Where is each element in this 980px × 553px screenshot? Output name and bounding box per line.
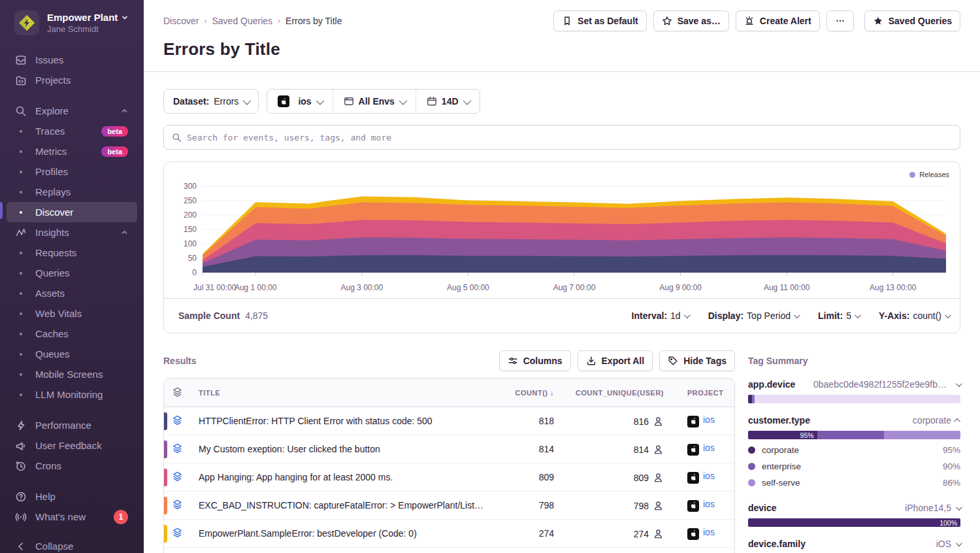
sidebar-item-discover[interactable]: Discover [7, 202, 137, 222]
sidebar-item-crons[interactable]: Crons [7, 456, 137, 476]
interval-selector[interactable]: Interval:1d [632, 310, 689, 321]
tag-segment[interactable] [884, 431, 960, 439]
sidebar-item-user-feedback[interactable]: User Feedback [7, 435, 137, 456]
project-cell: ios [672, 435, 734, 463]
date-range-selector[interactable]: 14D [416, 90, 480, 113]
sidebar-item-web-vitals[interactable]: Web Vitals [7, 303, 137, 324]
sidebar-item-llm-monitoring[interactable]: LLM Monitoring [7, 384, 137, 405]
sidebar-item-issues[interactable]: Issues [7, 50, 137, 70]
hide-tags-button[interactable]: Hide Tags [659, 350, 735, 371]
row-stack-cell[interactable] [164, 520, 191, 548]
column-header-count[interactable]: COUNT()↓ [499, 378, 562, 407]
tag-legend-row[interactable]: corporate95% [748, 442, 960, 458]
sidebar-item-mobile-screens[interactable]: Mobile Screens [7, 364, 137, 384]
row-stack-cell[interactable] [164, 548, 191, 553]
tag-value-toggle[interactable]: iOS [936, 539, 960, 549]
filter-bar: Dataset: Errors ios All Envs [163, 89, 960, 114]
sidebar-item-replays[interactable]: Replays [7, 182, 137, 202]
user-icon [649, 473, 664, 483]
sidebar-item-traces[interactable]: Tracesbeta [7, 121, 137, 141]
tag-name: device [748, 503, 777, 513]
saved-queries-button[interactable]: Saved Queries [864, 10, 960, 31]
table-row: EmpowerPlant.SampleError: happyCustomer … [164, 548, 734, 553]
tag-value-toggle[interactable]: iPhone14,5 [905, 503, 960, 513]
tag-segment[interactable]: 100% [748, 518, 960, 527]
control-label: Limit: [818, 310, 843, 321]
row-stack-cell[interactable] [164, 407, 191, 435]
stacked-area-chart[interactable]: 050100150200250300Jul 31 00:00Aug 1 00:0… [164, 162, 960, 298]
series-color-chip [164, 469, 167, 486]
sidebar-collapse-button[interactable]: Collapse [7, 536, 137, 553]
column-header-project[interactable]: PROJECT [672, 378, 734, 407]
dataset-selector[interactable]: Dataset: Errors [163, 89, 259, 114]
sidebar-item-metrics[interactable]: Metricsbeta [7, 141, 137, 161]
sidebar-item-queues[interactable]: Queues [7, 344, 137, 364]
button-label: Saved Queries [889, 16, 952, 26]
project-link[interactable]: ios [703, 414, 715, 425]
tag-value-toggle[interactable]: corporate [913, 415, 960, 426]
sidebar-item-queries[interactable]: Queries [7, 263, 137, 283]
y-axis-selector[interactable]: Y-Axis:count() [879, 310, 949, 321]
sidebar-item-profiles[interactable]: Profiles [7, 161, 137, 182]
more-options-button[interactable] [826, 10, 854, 31]
sidebar-item-label: LLM Monitoring [35, 389, 128, 400]
row-stack-cell[interactable] [164, 435, 191, 463]
alarm-icon [744, 16, 755, 26]
project-link[interactable]: ios [703, 527, 715, 537]
sidebar-item-label: Requests [35, 247, 128, 258]
bullet-dot-icon [7, 130, 35, 133]
project-link[interactable]: ios [703, 443, 715, 453]
tag-legend-row[interactable]: enterprise90% [748, 458, 960, 475]
tag-value-toggle[interactable]: 0baebc0de4982f1255f2e9e9fb7… [813, 379, 960, 390]
svg-text:Jul 31 00:00: Jul 31 00:00 [193, 283, 237, 292]
tag-segment[interactable] [755, 395, 960, 403]
chevron-down-icon [463, 96, 471, 105]
sidebar-item-requests[interactable]: Requests [7, 243, 137, 263]
sidebar-item-explore[interactable]: Explore [7, 101, 137, 121]
tag-block-device: deviceiPhone14,5100% [748, 503, 960, 527]
collapse-icon [7, 541, 35, 552]
columns-button[interactable]: Columns [499, 350, 571, 371]
export-all-button[interactable]: Export All [578, 350, 653, 371]
control-value: 5 [846, 310, 851, 321]
environment-selector[interactable]: All Envs [333, 90, 416, 113]
tag-segment[interactable] [817, 431, 884, 439]
column-header-count-unique-user[interactable]: COUNT_UNIQUE(USER) [562, 378, 672, 407]
project-cell: ios [672, 548, 734, 553]
tag-top-value: iOS [936, 539, 951, 549]
issues-icon [7, 54, 35, 66]
row-stack-cell[interactable] [164, 463, 191, 492]
sidebar-item-insights[interactable]: Insights [7, 222, 137, 243]
chevron-down-icon [794, 312, 800, 318]
breadcrumb-separator: › [278, 16, 280, 25]
column-header-title[interactable]: TITLE [191, 378, 499, 407]
sidebar-item-projects[interactable]: Projects [7, 70, 137, 90]
sidebar-item-assets[interactable]: Assets [7, 283, 137, 303]
tag-name: customer.type [748, 415, 810, 426]
project-link[interactable]: ios [703, 499, 715, 509]
project-link[interactable]: ios [703, 471, 715, 481]
svg-text:200: 200 [184, 210, 197, 220]
create-alert-button[interactable]: Create Alert [736, 10, 820, 31]
active-accent-bar [0, 202, 3, 219]
tag-segment[interactable]: 95% [748, 431, 817, 439]
row-stack-cell[interactable] [164, 492, 191, 520]
search-input[interactable] [187, 133, 952, 142]
sidebar-item-label: Profiles [35, 166, 128, 177]
legend-releases[interactable]: Releases [909, 171, 949, 178]
save-as-button[interactable]: Save as… [653, 10, 729, 31]
project-selector[interactable]: ios [267, 90, 332, 113]
tag-legend-row[interactable]: self-serve86% [748, 475, 960, 491]
limit-selector[interactable]: Limit:5 [818, 310, 859, 321]
breadcrumb-discover[interactable]: Discover [163, 16, 199, 26]
display-selector[interactable]: Display:Top Period [708, 310, 798, 321]
org-switcher[interactable]: Empower Plant Jane Schmidt [0, 10, 144, 35]
sidebar-item-what-s-new[interactable]: What's new1 [7, 507, 137, 527]
breadcrumb-saved-queries[interactable]: Saved Queries [212, 16, 272, 26]
sidebar-item-help[interactable]: Help [7, 486, 137, 507]
set-as-default-button[interactable]: Set as Default [553, 10, 647, 31]
sidebar-item-caches[interactable]: Caches [7, 324, 137, 344]
sidebar-item-performance[interactable]: Performance [7, 415, 137, 435]
segment-percent-label: 100% [939, 519, 960, 527]
sidebar-item-label: Metrics [35, 146, 101, 157]
